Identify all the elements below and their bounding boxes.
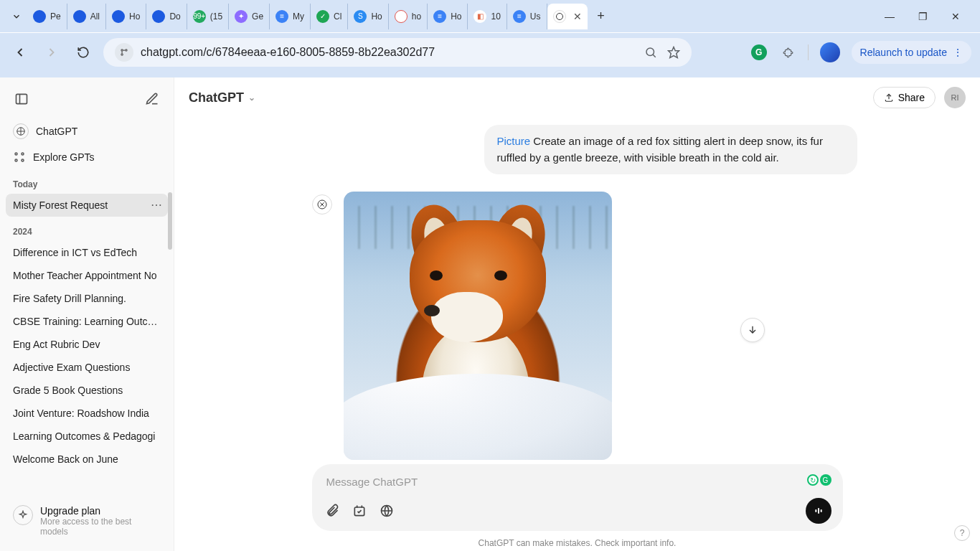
site-info-icon[interactable] <box>115 43 133 62</box>
sidebar-chatgpt[interactable]: ChatGPT <box>6 118 168 145</box>
browser-tab[interactable]: ✦Ge <box>229 4 270 29</box>
toggle-sidebar-button[interactable] <box>10 88 33 110</box>
tab-favicon <box>73 10 86 23</box>
svg-rect-23 <box>820 509 821 512</box>
relaunch-button[interactable]: Relaunch to update ⋮ <box>852 41 971 64</box>
browser-tab[interactable]: ✓Cl <box>311 4 348 29</box>
browser-tab[interactable]: ⌗ho <box>389 4 428 29</box>
browser-chrome: PeAllHoDo99+(15✦Ge≡My✓ClSHo⌗ho≡Ho◧10≡Us … <box>0 0 980 77</box>
conversation-item[interactable]: Adjective Exam Questions <box>6 356 168 379</box>
maximize-button[interactable]: ❐ <box>913 11 933 22</box>
browser-tab[interactable]: ≡Us <box>507 4 547 29</box>
share-label: Share <box>898 92 925 103</box>
svg-point-15 <box>22 159 24 161</box>
tabs-dropdown[interactable] <box>6 6 27 27</box>
forward-button[interactable] <box>40 41 63 64</box>
grammarly-badge[interactable]: ↻ G <box>807 474 831 486</box>
browser-tab[interactable]: Do <box>146 4 187 29</box>
svg-rect-9 <box>17 94 27 103</box>
more-icon: ⋮ <box>953 47 963 58</box>
tab-label: (15 <box>210 11 222 22</box>
voice-send-button[interactable] <box>806 498 831 524</box>
tools-button[interactable] <box>351 502 368 519</box>
sidebar-section-title: 2024 <box>6 217 168 241</box>
conversation-item[interactable]: Eng Act Rubric Dev <box>6 333 168 356</box>
sidebar-section-title: Today <box>6 169 168 194</box>
tab-favicon: ✦ <box>235 10 248 23</box>
sidebar-chatgpt-label: ChatGPT <box>36 126 77 137</box>
chatgpt-favicon <box>553 10 566 23</box>
tab-favicon: ⌗ <box>395 10 407 23</box>
sparkle-icon <box>13 505 33 525</box>
conversation-item[interactable]: Grade 5 Book Questions <box>6 379 168 402</box>
address-bar: chatgpt.com/c/6784eeaa-e160-8005-8859-8b… <box>0 32 980 72</box>
model-selector[interactable]: ChatGPT ⌄ <box>189 90 255 105</box>
upload-icon <box>884 93 894 103</box>
conversation-item[interactable]: Fire Safety Drill Planning. <box>6 287 168 310</box>
reload-button[interactable] <box>72 41 95 64</box>
message-input[interactable] <box>324 473 831 491</box>
composer-area: ↻ G <box>174 464 980 534</box>
sidebar-explore-label: Explore GPTs <box>33 151 95 163</box>
upgrade-plan[interactable]: Upgrade plan More access to the best mod… <box>6 498 168 544</box>
svg-point-1 <box>121 50 123 51</box>
window-controls: — ❐ ✕ <box>880 11 974 22</box>
conversation-item[interactable]: Welcome Back on June <box>6 448 168 471</box>
upgrade-title: Upgrade plan <box>40 505 161 517</box>
svg-point-0 <box>556 13 562 19</box>
tab-favicon: ≡ <box>275 10 288 23</box>
user-avatar[interactable]: RI <box>944 87 966 108</box>
profile-avatar[interactable] <box>820 42 840 62</box>
tab-favicon: ≡ <box>433 10 446 23</box>
browser-tab[interactable]: ◧10 <box>468 4 507 29</box>
conversation-item[interactable]: Learning Outcomes & Pedagogi <box>6 425 168 448</box>
bookmark-icon[interactable] <box>667 46 680 59</box>
new-chat-button[interactable] <box>141 88 164 110</box>
back-button[interactable] <box>9 41 32 64</box>
chat-area: Picture Create an image of a red fox sit… <box>174 118 980 464</box>
conversation-item[interactable]: CBSE Training: Learning Outcom <box>6 310 168 333</box>
svg-point-13 <box>22 153 24 155</box>
tab-active[interactable]: ✕ <box>547 4 588 29</box>
new-tab-button[interactable]: + <box>590 6 612 27</box>
tab-favicon: S <box>354 10 367 23</box>
browser-tab[interactable]: Pe <box>27 4 67 29</box>
attach-button[interactable] <box>324 502 341 519</box>
share-button[interactable]: Share <box>873 87 936 108</box>
grammarly-logo-icon: G <box>820 474 831 486</box>
web-button[interactable] <box>378 502 395 519</box>
tab-label: Ho <box>129 11 140 22</box>
url-field[interactable]: chatgpt.com/c/6784eeaa-e160-8005-8859-8b… <box>103 38 692 67</box>
generated-image[interactable] <box>344 192 612 460</box>
sidebar-scrollbar[interactable] <box>168 192 172 250</box>
browser-tab[interactable]: SHo <box>348 4 388 29</box>
tab-favicon <box>112 10 125 23</box>
minimize-button[interactable]: — <box>880 11 900 22</box>
conversation-item[interactable]: Misty Forest Request <box>6 194 168 217</box>
browser-tab[interactable]: Ho <box>106 4 146 29</box>
extensions-icon[interactable] <box>779 44 796 61</box>
close-window-button[interactable]: ✕ <box>946 11 966 22</box>
chevron-down-icon: ⌄ <box>248 93 255 103</box>
tab-close-button[interactable]: ✕ <box>573 11 582 22</box>
browser-tab[interactable]: All <box>67 4 106 29</box>
grammarly-ext-icon[interactable]: G <box>750 44 768 61</box>
svg-point-2 <box>126 50 127 51</box>
model-label: ChatGPT <box>189 90 244 105</box>
tab-favicon: ✓ <box>316 10 329 23</box>
svg-rect-21 <box>815 509 816 512</box>
svg-point-14 <box>15 159 17 161</box>
help-button[interactable]: ? <box>954 525 970 541</box>
browser-tab[interactable]: ≡My <box>270 4 311 29</box>
browser-tab[interactable]: ≡Ho <box>428 4 468 29</box>
conversation-item[interactable]: Difference in ICT vs EdTech <box>6 241 168 264</box>
zoom-icon[interactable] <box>644 46 657 59</box>
openai-icon <box>13 123 29 139</box>
conversation-item[interactable]: Mother Teacher Appointment No <box>6 264 168 287</box>
sidebar-explore[interactable]: Explore GPTs <box>6 145 168 169</box>
conversation-item[interactable]: Joint Venture: Roadshow India <box>6 402 168 425</box>
footer-disclaimer: ChatGPT can make mistakes. Check importa… <box>174 534 980 551</box>
tab-label: ho <box>412 11 421 22</box>
browser-tab[interactable]: 99+(15 <box>187 4 229 29</box>
scroll-to-bottom-button[interactable] <box>740 318 765 342</box>
